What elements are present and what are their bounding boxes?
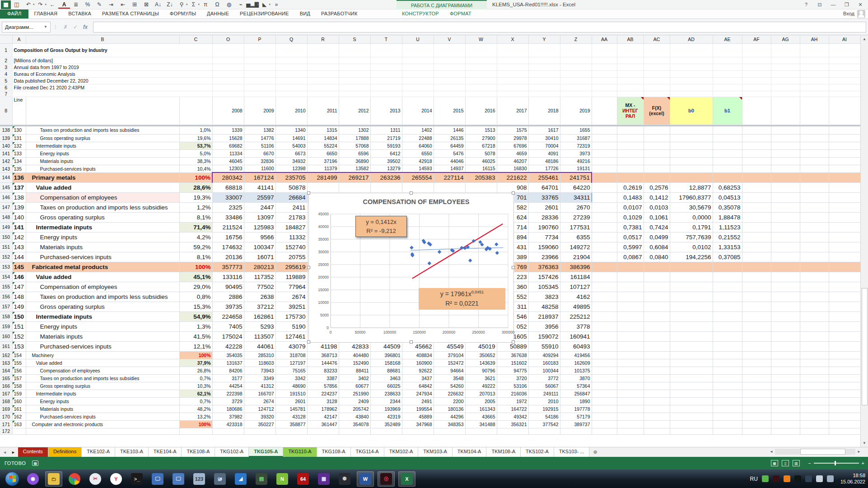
cell[interactable] [800, 43, 829, 57]
value-cell[interactable] [465, 182, 497, 192]
cell[interactable] [670, 64, 713, 70]
cell[interactable] [829, 272, 860, 282]
sort-az-icon[interactable]: A↓ [152, 0, 164, 9]
cell[interactable] [307, 428, 339, 434]
value-cell[interactable]: 73943 [244, 367, 275, 374]
zoom-slider[interactable] [814, 463, 859, 464]
cell[interactable] [307, 43, 339, 57]
cell[interactable] [592, 397, 617, 405]
value-cell[interactable]: 45889 [402, 413, 434, 420]
cell[interactable] [497, 57, 528, 64]
calc-cell[interactable] [617, 331, 644, 341]
calc-cell[interactable] [644, 142, 670, 149]
cell[interactable] [742, 382, 771, 390]
cell[interactable] [465, 57, 497, 64]
cell[interactable] [212, 84, 244, 91]
cell[interactable] [465, 70, 497, 77]
sheet-tab-TKE104A[interactable]: TKE104-A [149, 447, 182, 457]
calc-cell[interactable] [670, 165, 713, 172]
value-cell[interactable]: 12303 [212, 165, 244, 172]
cell[interactable] [528, 91, 560, 97]
value-cell[interactable]: 37982 [212, 413, 244, 420]
value-cell[interactable]: 161184 [560, 272, 592, 282]
cell[interactable] [800, 64, 829, 70]
cell[interactable] [742, 252, 771, 262]
value-cell[interactable]: 20136 [212, 252, 244, 262]
row-header-152[interactable]: 152 [0, 252, 12, 262]
value-cell[interactable]: 66025 [370, 382, 402, 390]
cell[interactable] [275, 84, 307, 91]
cell[interactable] [829, 331, 860, 341]
calc-cell[interactable] [644, 413, 670, 420]
value-cell[interactable]: 227114 [434, 172, 465, 182]
cell[interactable] [829, 172, 860, 182]
column-header-W[interactable]: W [465, 35, 497, 43]
value-cell[interactable]: 16830 [497, 165, 528, 172]
cell[interactable] [560, 91, 592, 97]
cell[interactable] [771, 192, 800, 202]
cell[interactable] [212, 70, 244, 77]
value-cell[interactable]: 14937 [434, 165, 465, 172]
cell[interactable] [244, 70, 275, 77]
value-cell[interactable]: 285310 [244, 351, 275, 359]
value-cell[interactable]: 1311 [370, 126, 402, 134]
value-cell[interactable]: 238633 [370, 390, 402, 397]
calc-cell[interactable] [713, 311, 742, 321]
cell[interactable] [771, 302, 800, 311]
value-cell[interactable]: 281499 [307, 172, 339, 182]
cell[interactable] [829, 359, 860, 367]
cell[interactable] [742, 134, 771, 142]
row-header-155[interactable]: 155 [0, 282, 12, 292]
calc-cell[interactable] [644, 172, 670, 182]
cell[interactable] [179, 428, 212, 434]
cell[interactable] [771, 77, 800, 84]
sheet-tab-TKG108A[interactable]: TKG108-A [317, 447, 351, 457]
value-cell[interactable]: 184827 [275, 222, 307, 232]
calc-cell[interactable] [644, 351, 670, 359]
value-cell[interactable]: 175730 [275, 311, 307, 321]
calc-cell[interactable] [617, 126, 644, 134]
value-cell[interactable]: 27900 [465, 134, 497, 142]
remote-config-icon[interactable]: 🖵 [170, 471, 187, 487]
calc-cell[interactable]: 0,5997 [617, 242, 644, 252]
value-cell[interactable]: 57068 [339, 142, 370, 149]
calc-cell[interactable] [644, 302, 670, 311]
column-header-AC[interactable]: AC [644, 35, 670, 43]
line-number[interactable]: 148 [12, 292, 26, 302]
sheet-tab-TKE108A[interactable]: TKE108-A [182, 447, 215, 457]
calc-cell[interactable] [713, 134, 742, 142]
row-header-171[interactable]: 171 [0, 420, 12, 428]
value-cell[interactable]: 11600 [244, 165, 275, 172]
cell[interactable] [670, 84, 713, 91]
value-cell[interactable]: 389737 [560, 420, 592, 428]
calc-cell[interactable] [713, 292, 742, 302]
calc-cell[interactable] [670, 292, 713, 302]
cell[interactable] [644, 77, 670, 84]
cell[interactable] [771, 242, 800, 252]
cell[interactable] [742, 64, 771, 70]
cell[interactable] [617, 91, 644, 97]
value-cell[interactable]: 42147 [307, 413, 339, 420]
value-cell[interactable]: 6673 [275, 149, 307, 157]
cell[interactable] [771, 311, 800, 321]
value-cell[interactable]: 1655 [560, 126, 592, 134]
cell[interactable] [771, 182, 800, 192]
cell[interactable] [670, 428, 713, 434]
format-painter-icon[interactable]: ✎ [93, 0, 105, 9]
column-header-B[interactable]: B [26, 35, 179, 43]
cell[interactable] [771, 126, 800, 134]
cell[interactable] [560, 84, 592, 91]
value-cell[interactable]: 3342 [275, 374, 307, 382]
value-cell[interactable]: 3402 [339, 374, 370, 382]
cell[interactable] [742, 165, 771, 172]
row-label[interactable]: Taxes on production and imports less sub… [26, 126, 179, 134]
cell[interactable] [275, 428, 307, 434]
value-cell[interactable]: 3177 [212, 374, 244, 382]
calc-cell[interactable] [713, 382, 742, 390]
value-cell[interactable]: 269217 [339, 172, 370, 182]
value-cell[interactable]: 255461 [528, 172, 560, 182]
value-cell[interactable]: 6596 [339, 149, 370, 157]
value-cell[interactable]: 350652 [465, 351, 497, 359]
value-cell[interactable]: 14776 [244, 134, 275, 142]
value-cell[interactable]: 7734 [528, 232, 560, 242]
